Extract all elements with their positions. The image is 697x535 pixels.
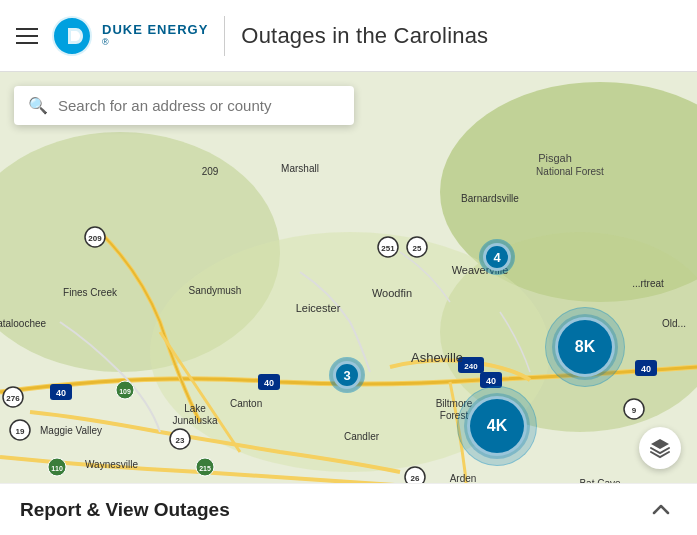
svg-text:Leicester: Leicester [296,302,341,314]
svg-text:9: 9 [632,406,637,415]
svg-text:110: 110 [51,465,63,472]
cluster-cluster-4[interactable]: 4 [483,243,511,271]
search-input[interactable] [58,97,340,114]
svg-text:Barnardsville: Barnardsville [461,193,519,204]
svg-text:Canton: Canton [230,398,262,409]
map-background: 40 40 40 40 240 209 251 25 276 19 23 26 … [0,72,697,535]
header-divider [224,16,225,56]
svg-text:209: 209 [202,166,219,177]
svg-text:109: 109 [119,388,131,395]
chevron-up-button[interactable] [645,494,677,526]
cluster-cluster-3a[interactable]: 3 [333,361,361,389]
svg-text:26: 26 [411,474,420,483]
svg-text:Maggie Valley: Maggie Valley [40,425,102,436]
svg-text:40: 40 [56,388,66,398]
svg-text:40: 40 [264,378,274,388]
layers-icon [649,437,671,459]
header: DUKE ENERGY ® Outages in the Carolinas [0,0,697,72]
chevron-up-icon [649,498,673,522]
logo-text: DUKE ENERGY ® [102,23,208,47]
svg-text:Pisgah: Pisgah [538,152,572,164]
svg-text:Candler: Candler [344,431,380,442]
page-title: Outages in the Carolinas [241,23,488,49]
svg-text:Waynesville: Waynesville [85,459,138,470]
cluster-cluster-8k[interactable]: 8K [555,317,615,377]
svg-text:215: 215 [199,465,211,472]
svg-text:Sandymush: Sandymush [189,285,242,296]
search-icon: 🔍 [28,96,48,115]
layers-button[interactable] [639,427,681,469]
svg-text:Marshall: Marshall [281,163,319,174]
duke-energy-logo-icon [50,14,94,58]
svg-text:240: 240 [464,362,478,371]
map-area[interactable]: 40 40 40 40 240 209 251 25 276 19 23 26 … [0,72,697,535]
svg-text:National Forest: National Forest [536,166,604,177]
svg-text:Asheville: Asheville [411,350,463,365]
svg-text:23: 23 [176,436,185,445]
menu-button[interactable] [16,28,38,44]
svg-text:Old...: Old... [662,318,686,329]
svg-text:...rtreat: ...rtreat [632,278,664,289]
svg-text:Fines Creek: Fines Creek [63,287,118,298]
search-bar: 🔍 [14,86,354,125]
svg-text:25: 25 [413,244,422,253]
bottom-bar: Report & View Outages [0,483,697,535]
svg-text:40: 40 [486,376,496,386]
cluster-cluster-4k[interactable]: 4K [467,396,527,456]
report-view-outages-label: Report & View Outages [20,499,230,521]
logo: DUKE ENERGY ® [50,14,208,58]
svg-text:251: 251 [381,244,395,253]
svg-text:Woodfin: Woodfin [372,287,412,299]
svg-text:40: 40 [641,364,651,374]
svg-text:Cataloochee: Cataloochee [0,318,47,329]
svg-text:209: 209 [88,234,102,243]
svg-text:276: 276 [6,394,20,403]
